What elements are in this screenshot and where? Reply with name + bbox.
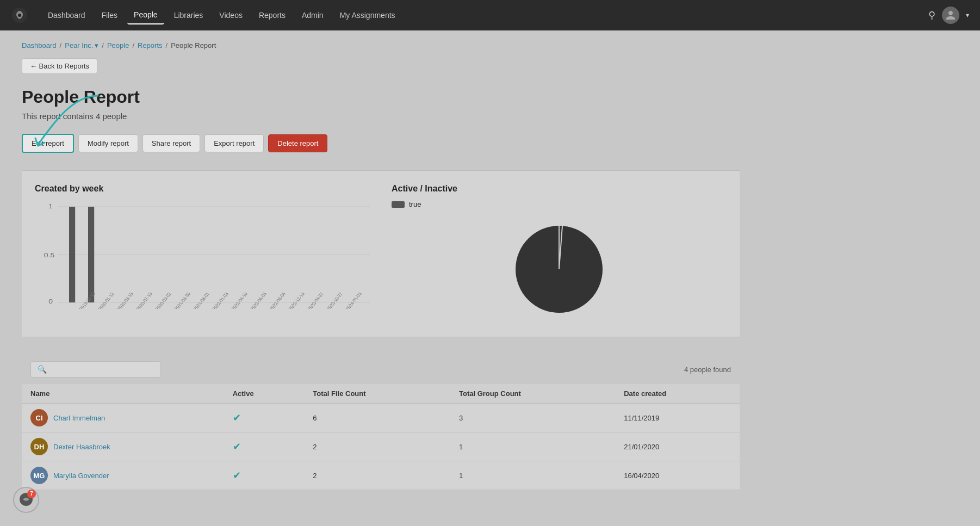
table-header: Name Active Total File Count Total Group… [22, 384, 740, 404]
person-avatar: MG [30, 467, 48, 484]
cell-file-count: 2 [304, 461, 450, 490]
person-name-link[interactable]: Dexter Haasbroek [53, 443, 110, 451]
breadcrumb-current: People Report [171, 41, 216, 49]
cell-active: ✔ [224, 404, 305, 432]
pie-chart-title: Active / Inactive [392, 184, 727, 194]
breadcrumb-chevron-icon: ▾ [95, 41, 98, 49]
svg-text:1: 1 [48, 203, 53, 210]
cell-name: DH Dexter Haasbroek [22, 432, 224, 461]
svg-rect-9 [88, 207, 94, 302]
table-row: DH Dexter Haasbroek ✔ 2 1 21/01/2020 [22, 432, 740, 461]
cell-group-count: 3 [450, 404, 615, 432]
svg-text:0.5: 0.5 [44, 252, 55, 259]
col-active: Active [224, 384, 305, 404]
cell-date-created: 11/11/2019 [615, 404, 740, 432]
svg-text:2022-01-03: 2022-01-03 [211, 292, 230, 309]
svg-text:2023-10-27: 2023-10-27 [325, 292, 344, 309]
delete-report-button[interactable]: Delete report [268, 134, 327, 152]
widget-icon-wrap: 7 [18, 492, 34, 502]
svg-text:2022-12-19: 2022-12-19 [287, 292, 306, 309]
pie-legend: true [392, 200, 727, 208]
col-date-created: Date created [615, 384, 740, 404]
bar-chart-container: Created by week 1 0.5 0 [35, 184, 370, 324]
search-input[interactable] [51, 366, 154, 374]
breadcrumb-people[interactable]: People [107, 41, 129, 49]
nav-reports[interactable]: Reports [252, 7, 292, 24]
action-buttons: Edit report Modify report Share report E… [22, 134, 740, 153]
svg-text:2024-01-03: 2024-01-03 [344, 292, 363, 309]
svg-text:2020-09-02: 2020-09-02 [154, 292, 173, 309]
cell-active: ✔ [224, 461, 305, 490]
table-toolbar: 🔍 4 people found [22, 355, 740, 384]
breadcrumb-sep-2: / [102, 41, 104, 49]
nav-videos[interactable]: Videos [213, 7, 249, 24]
breadcrumb-reports[interactable]: Reports [138, 41, 163, 49]
search-icon[interactable]: ⚲ [928, 9, 935, 21]
svg-text:2020-03-15: 2020-03-15 [116, 292, 135, 309]
nav-people[interactable]: People [127, 6, 164, 24]
col-group-count: Total Group Count [450, 384, 615, 404]
svg-text:2020-07-19: 2020-07-19 [135, 292, 154, 309]
search-icon: 🔍 [38, 365, 47, 374]
person-name-link[interactable]: Charl Immelman [53, 414, 105, 422]
nav-items: Dashboard Files People Libraries Videos … [41, 6, 928, 24]
svg-text:0: 0 [48, 299, 53, 305]
col-name: Name [22, 384, 224, 404]
top-navigation: Dashboard Files People Libraries Videos … [0, 0, 980, 30]
edit-report-button[interactable]: Edit report [22, 134, 74, 153]
table-row: MG Marylla Govender ✔ 2 1 16/04/2020 [22, 461, 740, 490]
pie-chart-svg [505, 215, 613, 324]
person-name-link[interactable]: Marylla Govender [53, 472, 109, 480]
svg-point-1 [18, 14, 21, 17]
charts-section: Created by week 1 0.5 0 [22, 170, 740, 337]
breadcrumb-sep-3: / [132, 41, 134, 49]
share-report-button[interactable]: Share report [142, 134, 200, 152]
nav-dashboard[interactable]: Dashboard [41, 7, 92, 24]
cell-group-count: 1 [450, 432, 615, 461]
active-check-icon: ✔ [233, 441, 241, 452]
nav-libraries[interactable]: Libraries [168, 7, 210, 24]
pie-chart-wrap [392, 215, 727, 324]
breadcrumb-org[interactable]: Pear Inc. ▾ [65, 41, 98, 49]
active-check-icon: ✔ [233, 470, 241, 481]
pie-legend-label: true [409, 200, 421, 208]
pie-legend-color [392, 201, 405, 208]
bar-chart-svg: 1 0.5 0 2019-10-10 2020-01-12 2020-03-15 [35, 200, 370, 309]
nav-admin[interactable]: Admin [295, 7, 330, 24]
bar-chart-title: Created by week [35, 184, 370, 194]
active-check-icon: ✔ [233, 412, 241, 423]
nav-files[interactable]: Files [95, 7, 125, 24]
search-box[interactable]: 🔍 [30, 361, 161, 378]
svg-text:2020-01-12: 2020-01-12 [97, 292, 116, 309]
cell-name: MG Marylla Govender [22, 461, 224, 490]
cell-active: ✔ [224, 432, 305, 461]
table-body: CI Charl Immelman ✔ 6 3 11/11/2019 DH De… [22, 404, 740, 490]
breadcrumb: Dashboard / Pear Inc. ▾ / People / Repor… [22, 41, 740, 49]
svg-text:2023-04-27: 2023-04-27 [306, 292, 325, 309]
col-file-count: Total File Count [304, 384, 450, 404]
export-report-button[interactable]: Export report [204, 134, 264, 152]
edit-report-annotation: Edit report [22, 134, 74, 153]
nav-right: ⚲ ▾ [928, 7, 969, 24]
svg-text:2022-04-10: 2022-04-10 [230, 292, 249, 309]
people-table-section: 🔍 4 people found Name Active Total File … [22, 355, 740, 490]
main-content: Dashboard / Pear Inc. ▾ / People / Repor… [0, 30, 761, 501]
breadcrumb-dashboard[interactable]: Dashboard [22, 41, 57, 49]
svg-text:2021-08-01: 2021-08-01 [192, 292, 211, 309]
notification-badge: 7 [27, 490, 36, 498]
report-title: People Report [22, 87, 740, 107]
cell-date-created: 21/01/2020 [615, 432, 740, 461]
modify-report-button[interactable]: Modify report [78, 134, 138, 152]
cell-file-count: 6 [304, 404, 450, 432]
back-to-reports-button[interactable]: ← Back to Reports [22, 58, 97, 74]
table-row: CI Charl Immelman ✔ 6 3 11/11/2019 [22, 404, 740, 432]
nav-my-assignments[interactable]: My Assignments [333, 7, 402, 24]
cell-group-count: 1 [450, 461, 615, 490]
bar-chart: 1 0.5 0 2019-10-10 2020-01-12 2020-03-15 [35, 200, 370, 309]
svg-text:2022-06-05: 2022-06-05 [249, 292, 268, 309]
user-menu-chevron[interactable]: ▾ [966, 11, 969, 19]
user-avatar[interactable] [942, 7, 959, 24]
cell-date-created: 16/04/2020 [615, 461, 740, 490]
app-logo[interactable] [11, 7, 28, 24]
svg-text:2021-03-30: 2021-03-30 [173, 292, 192, 309]
